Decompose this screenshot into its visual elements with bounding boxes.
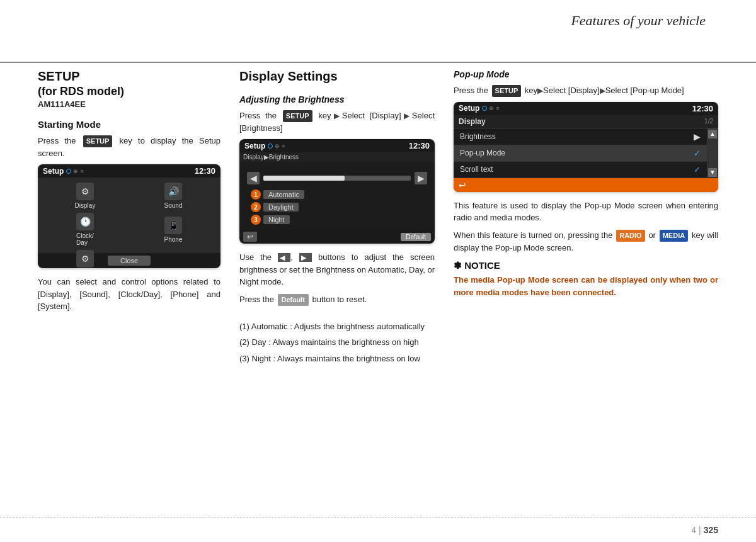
option-daylight: 2 Daylight [248,201,426,213]
scroll-down-button[interactable]: ▼ [708,168,717,177]
left-arrow-icon: ◀ [278,253,290,262]
back-icon: ↩ [459,180,466,190]
scroll-check-icon: ✓ [694,165,701,174]
option-automatic: 1 Automatic [248,188,426,201]
screen2-body: ◀ ▶ 1 Automatic 2 Daylight [239,162,435,230]
system-icon: ⚙ [76,250,94,268]
radio-key-badge: RADIO [616,230,644,242]
screen1-time: 12:30 [195,166,215,176]
display-settings-title: Display Settings [239,69,435,84]
default-button[interactable]: Default [401,233,431,241]
page-footer: 4 | 325 [0,517,756,542]
scrollbar: ▲ ▼ [707,128,718,178]
page-num: 325 [704,525,718,535]
screen2-footer: ↩ Default [239,230,435,244]
popup-check-icon: ✓ [694,149,701,158]
page-header-title: Features of your vehicle [571,13,706,29]
screen1-topbar: Setup ⊕ ≡ 12:30 [38,164,220,178]
screen2-time: 12:30 [409,141,430,150]
brightness-slider [263,176,411,181]
screen2-topbar: Setup ⊕ ≡ 12:30 [239,139,435,152]
notice-box: ✽ NOTICE The media Pop-up Mode screen ca… [454,260,718,298]
page-number: 4 | 325 [691,525,718,535]
brightness-down-button[interactable]: ◀ [247,172,260,184]
menu-brightness-row: Brightness ▶ [454,128,707,145]
right-arrow-icon: ▶ [299,253,312,262]
list-item-1: (1) Automatic : Adjusts the brightness a… [239,320,435,333]
brightness-instruction: Press the SETUP key▶Select [Display]▶Sel… [239,110,435,134]
setup-key-badge: SETUP [83,135,113,147]
screen2-mockup: Setup ⊕ ≡ 12:30 Display▶Brightness ◀ ▶ [239,139,435,244]
left-column: SETUP (for RDS model) AM111A4EE Starting… [38,69,233,511]
feature-text: This feature is used to display the Pop-… [454,200,718,254]
phone-icon: 📱 [164,217,182,234]
menu-phone: 📱 Phone [131,213,215,246]
screen2-breadcrumb: Display▶Brightness [239,152,435,162]
setup-key-badge-right: SETUP [492,85,522,97]
starting-mode-text: Press the SETUP key to display the Setup… [38,135,220,159]
list-items: (1) Automatic : Adjusts the brightness a… [239,320,435,365]
display-icon: ⚙ [76,183,94,200]
setup-title: SETUP [38,69,220,84]
screen3-mockup: Setup ⊕ ≡ 12:30 Display 1/2 [454,102,718,192]
media-key-badge: MEDIA [660,230,688,242]
default-key-badge: Default [278,294,309,306]
screen3-body: Display 1/2 Brightness ▶ Pop-up Mode ✓ [454,115,718,192]
notice-title: ✽ NOTICE [454,260,718,271]
mid-column: Display Settings Adjusting the Brightnes… [233,69,447,511]
chapter-number: 4 [691,525,696,535]
back-button[interactable]: ↩ [243,232,257,242]
brightness-title: Adjusting the Brightness [239,94,435,104]
options-list: 1 Automatic 2 Daylight 3 Night [243,187,431,227]
brightness-arrow-icon: ▶ [694,132,701,142]
menu-clock: 🕐 Clock/Day [43,213,127,246]
setup-subtitle: (for RDS model) [38,85,220,98]
screen3-back-bar: ↩ [454,178,718,192]
list-item-3: (3) Night : Always maintains the brightn… [239,353,435,365]
screen1-body: ⚙ Display 🔊 Sound 🕐 Clock/Day 📱 Phone ⚙ [38,178,220,253]
starting-mode-title: Starting Mode [38,119,220,130]
use-buttons-text: Use the ◀, ▶ buttons to adjust the scree… [239,251,435,305]
close-button[interactable]: Close [108,256,151,266]
bt-icon2 [268,144,273,149]
main-content: SETUP (for RDS model) AM111A4EE Starting… [38,69,718,511]
list-item-2: (2) Day : Always maintains the brightnes… [239,336,435,349]
setup-key-badge-mid: SETUP [283,110,312,122]
brightness-up-button[interactable]: ▶ [415,172,427,184]
screen1-setup-label: Setup [43,167,64,176]
screen1-mockup: Setup ⊕ ≡ 12:30 ⚙ Display 🔊 Sound [38,164,220,268]
menu-sound: 🔊 Sound [131,183,215,209]
bt-icon3 [482,106,487,111]
popup-mode-title: Pop-up Mode [454,69,718,79]
setup-code: AM111A4EE [38,99,220,109]
page-indicator: 1/2 [704,118,713,125]
popup-instruction: Press the SETUP key▶Select [Display]▶Sel… [454,84,718,97]
left-body-text: You can select and control options relat… [38,276,220,313]
screen3-header-row: Display 1/2 [454,115,718,128]
clock-icon: 🕐 [76,213,94,230]
right-column: Pop-up Mode Press the SETUP key▶Select [… [447,69,718,511]
option-night: 3 Night [248,213,426,226]
display-label: Display [459,117,486,126]
menu-scroll-row: Scroll text ✓ [454,162,707,178]
screen3-topbar: Setup ⊕ ≡ 12:30 [454,102,718,115]
menu-display: ⚙ Display [43,183,127,209]
brightness-control: ◀ ▶ [243,167,431,187]
bt-icon [66,169,71,174]
scroll-up-button[interactable]: ▲ [708,130,717,138]
menu-popup-row: Pop-up Mode ✓ [454,145,707,162]
page-header: Features of your vehicle [0,0,756,63]
brightness-fill [263,176,345,181]
notice-text: The media Pop-up Mode screen can be disp… [454,274,718,298]
sound-icon: 🔊 [164,183,182,200]
screen3-time: 12:30 [692,104,713,113]
